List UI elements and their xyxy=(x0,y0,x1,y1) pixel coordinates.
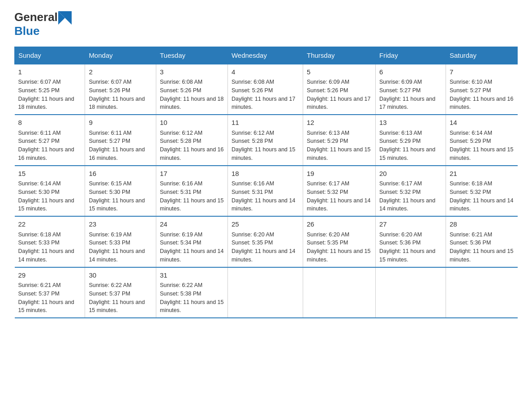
sunset-text: Sunset: 5:31 PM xyxy=(160,189,201,195)
sunset-text: Sunset: 5:26 PM xyxy=(160,87,201,94)
page-header: General Blue xyxy=(14,11,518,38)
calendar-cell: 5Sunrise: 6:09 AMSunset: 5:26 PMDaylight… xyxy=(303,64,376,115)
calendar-cell: 4Sunrise: 6:08 AMSunset: 5:26 PMDaylight… xyxy=(227,64,303,115)
calendar-cell: 11Sunrise: 6:12 AMSunset: 5:28 PMDayligh… xyxy=(227,115,303,166)
daylight-text: Daylight: 11 hours and 16 minutes. xyxy=(450,96,513,111)
day-number: 27 xyxy=(379,219,442,230)
sunrise-text: Sunrise: 6:11 AM xyxy=(89,130,131,136)
day-number: 18 xyxy=(232,169,299,179)
sunset-text: Sunset: 5:33 PM xyxy=(89,240,130,246)
sunset-text: Sunset: 5:27 PM xyxy=(450,87,491,94)
daylight-text: Daylight: 11 hours and 14 minutes. xyxy=(232,248,295,263)
calendar-cell xyxy=(446,267,518,318)
sunrise-text: Sunrise: 6:18 AM xyxy=(18,231,61,238)
sunset-text: Sunset: 5:27 PM xyxy=(89,138,130,144)
calendar-cell xyxy=(227,267,303,318)
day-number: 25 xyxy=(232,219,299,230)
daylight-text: Daylight: 11 hours and 15 minutes. xyxy=(450,146,513,161)
header-cell-tuesday: Tuesday xyxy=(156,47,228,64)
sunset-text: Sunset: 5:35 PM xyxy=(307,240,348,246)
daylight-text: Daylight: 11 hours and 15 minutes. xyxy=(89,197,145,212)
sunrise-text: Sunrise: 6:21 AM xyxy=(18,282,61,288)
calendar-table: SundayMondayTuesdayWednesdayThursdayFrid… xyxy=(14,47,518,319)
sunrise-text: Sunrise: 6:20 AM xyxy=(379,231,422,238)
day-number: 8 xyxy=(18,118,82,128)
sunrise-text: Sunrise: 6:15 AM xyxy=(89,180,131,187)
calendar-cell: 31Sunrise: 6:22 AMSunset: 5:38 PMDayligh… xyxy=(156,267,228,318)
calendar-cell xyxy=(376,267,446,318)
calendar-cell: 26Sunrise: 6:20 AMSunset: 5:35 PMDayligh… xyxy=(303,216,376,267)
daylight-text: Daylight: 11 hours and 15 minutes. xyxy=(307,146,370,161)
sunset-text: Sunset: 5:36 PM xyxy=(379,240,420,246)
sunset-text: Sunset: 5:38 PM xyxy=(160,291,201,297)
daylight-text: Daylight: 11 hours and 15 minutes. xyxy=(18,197,74,212)
calendar-cell: 22Sunrise: 6:18 AMSunset: 5:33 PMDayligh… xyxy=(15,216,85,267)
sunrise-text: Sunrise: 6:19 AM xyxy=(89,231,131,238)
sunset-text: Sunset: 5:26 PM xyxy=(89,87,130,94)
sunset-text: Sunset: 5:29 PM xyxy=(307,138,348,144)
calendar-cell: 14Sunrise: 6:14 AMSunset: 5:29 PMDayligh… xyxy=(446,115,518,166)
sunrise-text: Sunrise: 6:21 AM xyxy=(450,231,492,238)
day-number: 28 xyxy=(450,219,514,230)
day-number: 7 xyxy=(450,67,514,77)
day-number: 22 xyxy=(18,219,82,230)
daylight-text: Daylight: 11 hours and 16 minutes. xyxy=(89,146,145,161)
daylight-text: Daylight: 11 hours and 15 minutes. xyxy=(450,248,513,263)
calendar-cell xyxy=(303,267,376,318)
day-number: 5 xyxy=(307,67,372,77)
week-row-5: 29Sunrise: 6:21 AMSunset: 5:37 PMDayligh… xyxy=(15,267,518,318)
sunset-text: Sunset: 5:32 PM xyxy=(307,189,348,195)
calendar-cell: 7Sunrise: 6:10 AMSunset: 5:27 PMDaylight… xyxy=(446,64,518,115)
sunset-text: Sunset: 5:26 PM xyxy=(232,87,273,94)
sunrise-text: Sunrise: 6:17 AM xyxy=(307,180,349,187)
sunset-text: Sunset: 5:30 PM xyxy=(18,189,60,195)
sunset-text: Sunset: 5:35 PM xyxy=(232,240,273,246)
daylight-text: Daylight: 11 hours and 17 minutes. xyxy=(307,96,370,111)
daylight-text: Daylight: 11 hours and 14 minutes. xyxy=(379,197,435,212)
calendar-cell: 2Sunrise: 6:07 AMSunset: 5:26 PMDaylight… xyxy=(85,64,156,115)
day-number: 11 xyxy=(232,118,299,128)
sunrise-text: Sunrise: 6:10 AM xyxy=(450,79,492,85)
sunset-text: Sunset: 5:29 PM xyxy=(450,138,491,144)
calendar-cell: 20Sunrise: 6:17 AMSunset: 5:32 PMDayligh… xyxy=(376,166,446,217)
calendar-cell: 19Sunrise: 6:17 AMSunset: 5:32 PMDayligh… xyxy=(303,166,376,217)
day-number: 16 xyxy=(89,169,152,179)
daylight-text: Daylight: 11 hours and 14 minutes. xyxy=(232,197,295,212)
daylight-text: Daylight: 11 hours and 17 minutes. xyxy=(232,96,295,111)
day-number: 1 xyxy=(18,67,82,77)
calendar-cell: 28Sunrise: 6:21 AMSunset: 5:36 PMDayligh… xyxy=(446,216,518,267)
sunset-text: Sunset: 5:27 PM xyxy=(18,138,60,144)
day-number: 13 xyxy=(379,118,442,128)
calendar-cell: 17Sunrise: 6:16 AMSunset: 5:31 PMDayligh… xyxy=(156,166,228,217)
day-number: 30 xyxy=(89,270,152,281)
calendar-cell: 13Sunrise: 6:13 AMSunset: 5:29 PMDayligh… xyxy=(376,115,446,166)
sunset-text: Sunset: 5:29 PM xyxy=(379,138,420,144)
day-number: 10 xyxy=(160,118,224,128)
sunset-text: Sunset: 5:34 PM xyxy=(160,240,201,246)
daylight-text: Daylight: 11 hours and 17 minutes. xyxy=(379,96,435,111)
daylight-text: Daylight: 11 hours and 15 minutes. xyxy=(18,299,74,314)
sunset-text: Sunset: 5:31 PM xyxy=(232,189,273,195)
day-number: 19 xyxy=(307,169,372,179)
day-number: 23 xyxy=(89,219,152,230)
daylight-text: Daylight: 11 hours and 15 minutes. xyxy=(160,299,223,314)
sunrise-text: Sunrise: 6:07 AM xyxy=(89,79,131,85)
sunrise-text: Sunrise: 6:22 AM xyxy=(160,282,202,288)
logo: General Blue xyxy=(14,11,72,38)
sunset-text: Sunset: 5:32 PM xyxy=(450,189,491,195)
sunrise-text: Sunrise: 6:22 AM xyxy=(89,282,131,288)
sunrise-text: Sunrise: 6:09 AM xyxy=(307,79,349,85)
calendar-cell: 1Sunrise: 6:07 AMSunset: 5:25 PMDaylight… xyxy=(15,64,85,115)
day-number: 21 xyxy=(450,169,514,179)
calendar-cell: 9Sunrise: 6:11 AMSunset: 5:27 PMDaylight… xyxy=(85,115,156,166)
header-cell-saturday: Saturday xyxy=(446,47,518,64)
sunset-text: Sunset: 5:30 PM xyxy=(89,189,130,195)
sunset-text: Sunset: 5:27 PM xyxy=(379,87,420,94)
sunrise-text: Sunrise: 6:20 AM xyxy=(307,231,349,238)
daylight-text: Daylight: 11 hours and 15 minutes. xyxy=(232,146,295,161)
sunrise-text: Sunrise: 6:13 AM xyxy=(307,130,349,136)
sunrise-text: Sunrise: 6:08 AM xyxy=(232,79,274,85)
calendar-cell: 10Sunrise: 6:12 AMSunset: 5:28 PMDayligh… xyxy=(156,115,228,166)
sunrise-text: Sunrise: 6:14 AM xyxy=(450,130,492,136)
day-number: 14 xyxy=(450,118,514,128)
